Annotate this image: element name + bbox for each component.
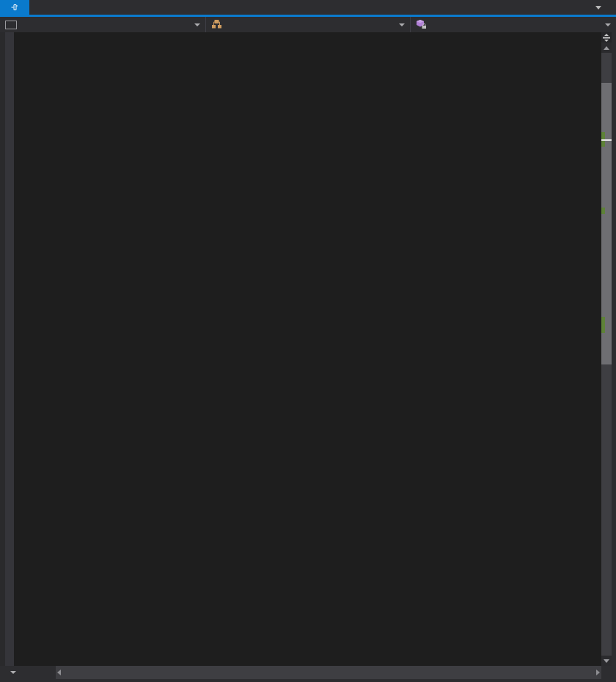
triangle-down-icon [604,659,609,663]
private-method-icon [416,19,427,31]
tab-list-dropdown-icon[interactable] [595,6,601,10]
scrollbar-change-mark [601,208,605,214]
vertical-scrollbar[interactable] [601,32,612,666]
scroll-up-button[interactable] [601,43,612,53]
scrollbar-corner [601,666,616,679]
vs-editor-window [0,0,616,682]
scroll-down-button[interactable] [601,656,612,666]
scroll-right-icon[interactable] [596,670,600,675]
code-editor[interactable] [0,32,601,666]
editor-bottom-bar [0,666,616,679]
project-dropdown[interactable] [0,17,206,32]
pin-icon[interactable] [11,4,18,11]
class-dropdown[interactable] [206,17,411,32]
glyph-margin [0,32,5,666]
chevron-down-icon [194,23,200,26]
editor-splitter-handle[interactable] [601,32,612,43]
navigation-bar [0,17,616,32]
breakpoint-margin[interactable] [5,32,14,666]
chevron-down-icon [10,671,16,674]
chevron-down-icon [605,23,611,26]
horizontal-scrollbar[interactable] [56,666,601,679]
window-bottom-edge [0,679,616,682]
chevron-down-icon [399,23,405,26]
editor-zone [0,32,616,666]
member-dropdown[interactable] [411,17,616,32]
scrollbar-caret-marker [601,139,612,141]
tab-strip [0,0,616,17]
csharp-file-icon [5,21,17,29]
scrollbar-track[interactable] [601,53,612,656]
zoom-control[interactable] [0,666,56,679]
tab-castlescript[interactable] [0,0,29,15]
scrollbar-change-mark [601,317,605,333]
class-icon [211,19,222,30]
scroll-left-icon[interactable] [57,670,61,675]
editor-right-gutter [612,32,616,666]
triangle-up-icon [604,46,609,50]
